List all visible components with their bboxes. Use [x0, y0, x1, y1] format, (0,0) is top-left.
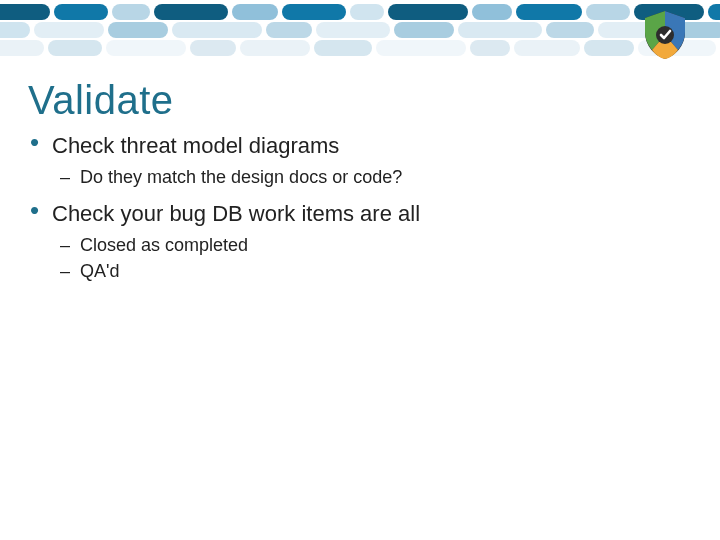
sub-bullet-list: Closed as completed QA'd	[52, 233, 692, 284]
sub-bullet-text: QA'd	[80, 261, 119, 281]
sub-bullet-item: Closed as completed	[52, 233, 692, 257]
shield-logo-icon	[638, 8, 692, 62]
sub-bullet-text: Closed as completed	[80, 235, 248, 255]
bullet-item: Check your bug DB work items are all Clo…	[28, 199, 692, 283]
slide-title: Validate	[28, 78, 692, 123]
slide-content: Validate Check threat model diagrams Do …	[28, 78, 692, 293]
sub-bullet-text: Do they match the design docs or code?	[80, 167, 402, 187]
sub-bullet-list: Do they match the design docs or code?	[52, 165, 692, 189]
sub-bullet-item: Do they match the design docs or code?	[52, 165, 692, 189]
bullet-item: Check threat model diagrams Do they matc…	[28, 131, 692, 189]
bullet-text: Check your bug DB work items are all	[52, 201, 420, 226]
bullet-text: Check threat model diagrams	[52, 133, 339, 158]
bullet-list: Check threat model diagrams Do they matc…	[28, 131, 692, 283]
decorative-band	[0, 0, 720, 70]
sub-bullet-item: QA'd	[52, 259, 692, 283]
